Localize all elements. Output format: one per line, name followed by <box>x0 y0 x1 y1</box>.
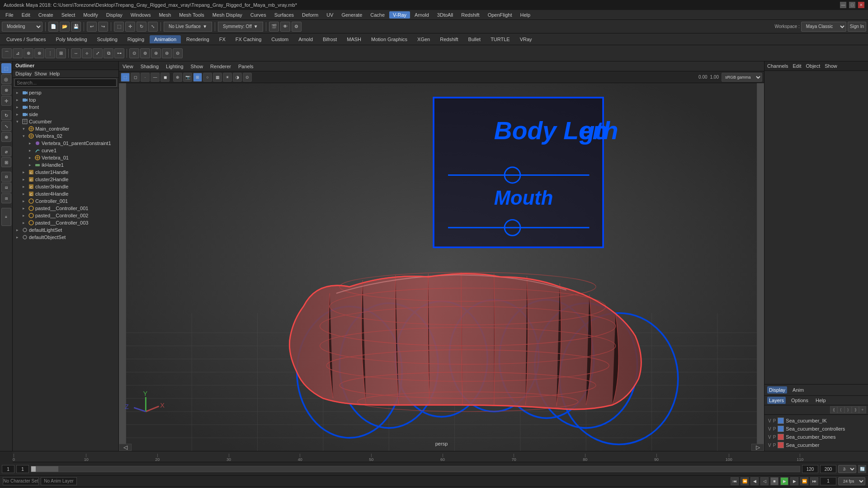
tree-item-pasted__Controller_002[interactable]: ▸pasted__Controller_002 <box>13 212 118 219</box>
sign-in-button[interactable]: Sign In <box>848 22 866 32</box>
undo-button[interactable]: ↩ <box>87 22 97 32</box>
tree-item-cluster2Handle[interactable]: ▸Ccluster2Handle <box>13 176 118 183</box>
scale-mode-button[interactable]: ⤡ <box>1 121 11 131</box>
timeline-tick-100[interactable]: 100 <box>726 451 732 462</box>
menu-item-windows[interactable]: Windows <box>127 11 155 19</box>
range-end-display[interactable]: 120 <box>802 465 818 473</box>
current-frame-display[interactable]: 1 <box>2 465 14 473</box>
timeline-tick-40[interactable]: 40 <box>298 451 302 462</box>
vp-view-menu[interactable]: View <box>121 63 135 70</box>
window-controls[interactable]: — □ ✕ <box>840 2 864 8</box>
vp-wireframe[interactable]: ⊞ <box>193 73 202 82</box>
rotate-tool[interactable]: ↻ <box>137 22 146 32</box>
layer-v-btn[interactable]: V <box>768 435 771 440</box>
vp-renderer-menu[interactable]: Renderer <box>208 63 233 70</box>
anim-tab-rendering[interactable]: Rendering <box>182 35 214 43</box>
nav-next[interactable]: ⟩ <box>844 406 852 413</box>
custom-3[interactable]: ⧆ <box>1 193 11 203</box>
vp-lighting-menu[interactable]: Lighting <box>164 63 185 70</box>
menu-item-create[interactable]: Create <box>35 11 57 19</box>
tree-item-cluster4Handle[interactable]: ▸Ccluster4Handle <box>13 190 118 197</box>
curve-tool-1[interactable]: ⌒ <box>2 48 12 58</box>
layer-p-btn[interactable]: P <box>773 435 776 440</box>
menu-item-help[interactable]: Help <box>516 11 534 19</box>
move-tool[interactable]: ✛ <box>125 22 135 32</box>
history-4[interactable]: ⊜ <box>162 48 172 58</box>
vp-camera[interactable]: 📷 <box>183 73 192 82</box>
snap-2[interactable]: ⟡ <box>82 48 92 58</box>
anim-tab-custom[interactable]: Custom <box>267 35 293 43</box>
vp-shadow[interactable]: ◑ <box>233 73 242 82</box>
symmetry-button[interactable]: Symmetry: Off ▼ <box>218 22 263 32</box>
tree-item-pasted__Controller_003[interactable]: ▸pasted__Controller_003 <box>13 219 118 226</box>
anim-tab-motion-graphics[interactable]: Motion Graphics <box>367 35 412 43</box>
tree-item-Vertebra_01[interactable]: ▸Vertebra_01 <box>13 154 118 161</box>
menu-item-arnold[interactable]: Arnold <box>411 11 433 19</box>
minimize-button[interactable]: — <box>840 2 846 8</box>
current-time-display[interactable]: 1 <box>820 477 836 485</box>
menu-item-mesh-display[interactable]: Mesh Display <box>209 11 246 19</box>
render-button[interactable]: 🎬 <box>269 22 279 32</box>
play-forward-button[interactable]: ▶ <box>780 477 788 485</box>
universal-manipulator[interactable]: ⊕ <box>1 132 11 142</box>
3d-viewport[interactable]: Body Len gth Mouth <box>119 83 764 451</box>
anim-tab-turtle[interactable]: TURTLE <box>486 35 514 43</box>
snap-4[interactable]: ⧉ <box>104 48 113 58</box>
timeline-tick-0[interactable]: 0 <box>13 451 15 462</box>
custom-2[interactable]: ⧇ <box>1 183 11 192</box>
menu-item-3dtoall[interactable]: 3DtoAll <box>434 11 457 19</box>
history-1[interactable]: ⊙ <box>129 48 139 58</box>
total-end-display[interactable]: 200 <box>820 465 836 473</box>
fps-select[interactable]: 24 fps <box>838 477 865 485</box>
outliner-help-menu[interactable]: Help <box>50 71 60 76</box>
loop-button[interactable]: 🔄 <box>858 465 866 473</box>
vp-ssao[interactable]: ⊙ <box>243 73 252 82</box>
anim-tab-sculpting[interactable]: Sculpting <box>93 35 122 43</box>
scroll-right-handle[interactable]: ▷ <box>751 444 764 451</box>
timeline-tick-20[interactable]: 20 <box>155 451 160 462</box>
layers-subtab[interactable]: Layers <box>767 397 786 404</box>
timeline-tick-30[interactable]: 30 <box>226 451 231 462</box>
select-mode-button[interactable]: ⬚ <box>1 63 11 73</box>
render-settings-button[interactable]: ⚙ <box>292 22 302 32</box>
go-to-end-button[interactable]: ⏭ <box>810 477 818 485</box>
layer-v-btn[interactable]: V <box>768 443 771 448</box>
anim-tab-fx-caching[interactable]: FX Caching <box>231 35 266 43</box>
anim-tab-curves-/-surfaces[interactable]: Curves / Surfaces <box>2 35 50 43</box>
options-subtab[interactable]: Options <box>789 397 810 404</box>
vp-colorspace-dropdown[interactable]: sRGB gamma <box>722 73 762 82</box>
timeline-tick-50[interactable]: 50 <box>369 451 373 462</box>
outliner-search-input[interactable] <box>14 79 117 87</box>
move-mode-button[interactable]: ✛ <box>1 96 11 106</box>
object-menu[interactable]: Object <box>806 63 820 69</box>
anim-tab-xgen[interactable]: XGen <box>413 35 434 43</box>
tree-item-defaultObjectSet[interactable]: ▸defaultObjectSet <box>13 234 118 241</box>
menu-item-mesh[interactable]: Mesh <box>155 11 175 19</box>
anim-tab-vray[interactable]: VRay <box>515 35 537 43</box>
rotate-mode-button[interactable]: ↻ <box>1 110 11 120</box>
soft-mod-button[interactable]: ⌀ <box>1 146 11 156</box>
tree-item-pasted__Controller_001[interactable]: ▸pasted__Controller_001 <box>13 205 118 212</box>
frame-slider[interactable] <box>31 466 800 472</box>
paint-select-button[interactable]: ◎ <box>1 74 11 84</box>
stop-button[interactable]: ■ <box>770 477 778 485</box>
anim-tab-redshift[interactable]: Redshift <box>435 35 462 43</box>
layer-p-btn[interactable]: P <box>773 427 776 432</box>
tree-item-persp[interactable]: ▸persp <box>13 89 118 96</box>
step-back-button[interactable]: ⏪ <box>741 477 749 485</box>
menu-item-cache[interactable]: Cache <box>367 11 388 19</box>
tree-item-curve1[interactable]: ▸curve1 <box>13 147 118 154</box>
tree-item-cluster1Handle[interactable]: ▸Ccluster1Handle <box>13 169 118 176</box>
anim-tab-bullet[interactable]: Bullet <box>464 35 486 43</box>
next-frame-button[interactable]: ▶ <box>790 477 798 485</box>
tree-item-ikHandle1[interactable]: ▸ikHandle1 <box>13 161 118 169</box>
menu-item-redshift[interactable]: Redshift <box>458 11 483 19</box>
vp-snap[interactable]: ⊕ <box>173 73 182 82</box>
tree-item-Controller_001[interactable]: ▸Controller_001 <box>13 197 118 205</box>
layer-item-2[interactable]: V P Sea_cucumber_bones <box>766 433 866 441</box>
layer-v-btn[interactable]: V <box>768 427 771 432</box>
play-back-button[interactable]: ◁ <box>760 477 769 485</box>
redo-button[interactable]: ↪ <box>98 22 108 32</box>
vp-face-select[interactable]: ◼ <box>160 73 170 82</box>
tree-item-front[interactable]: ▸front <box>13 103 118 111</box>
